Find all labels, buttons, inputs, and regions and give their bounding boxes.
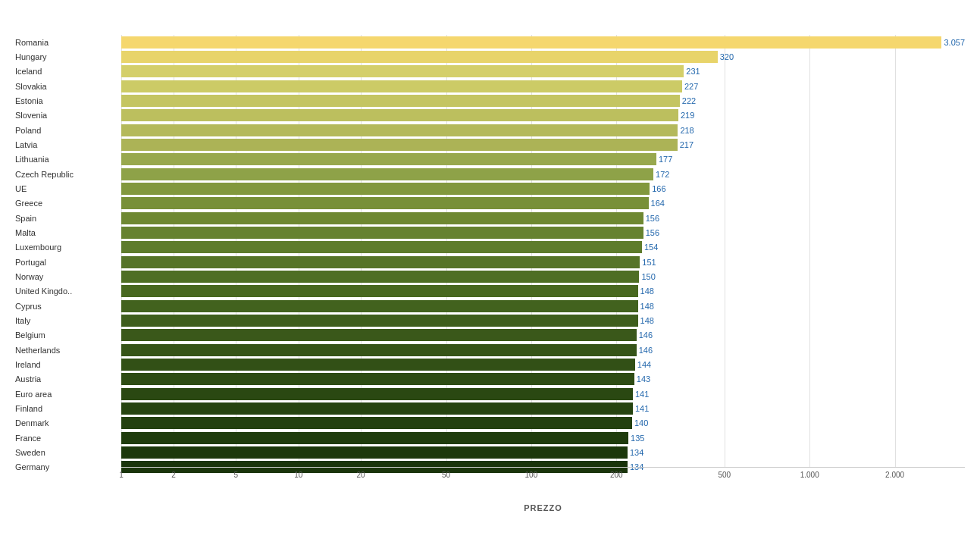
y-axis-header bbox=[15, 20, 121, 35]
bar bbox=[121, 212, 643, 224]
country-label: Romania bbox=[15, 35, 121, 49]
bar-value: 166 bbox=[652, 184, 665, 193]
bar-value: 141 bbox=[635, 404, 649, 413]
country-label: Lithuania bbox=[15, 152, 121, 167]
bar bbox=[121, 227, 643, 239]
bar bbox=[121, 373, 634, 385]
bar-value: 141 bbox=[635, 390, 649, 399]
bar-value: 150 bbox=[641, 272, 655, 281]
bar bbox=[121, 124, 678, 136]
bar bbox=[121, 51, 718, 63]
bar-value: 222 bbox=[682, 96, 696, 105]
bar bbox=[121, 183, 650, 195]
bar-row: 148 bbox=[121, 299, 965, 313]
bar bbox=[121, 36, 941, 49]
bar-value: 148 bbox=[640, 302, 654, 311]
country-label: Slovenia bbox=[15, 108, 121, 123]
bar-row: 146 bbox=[121, 328, 965, 343]
bar-row: 156 bbox=[121, 225, 965, 240]
bar bbox=[121, 109, 678, 121]
country-label: Luxembourg bbox=[15, 240, 121, 255]
bar-value: 227 bbox=[684, 82, 698, 91]
bar bbox=[121, 271, 639, 283]
bar-row: 218 bbox=[121, 123, 965, 137]
bar-row: 150 bbox=[121, 269, 965, 283]
country-label: Sweden bbox=[15, 445, 121, 459]
bar bbox=[121, 153, 656, 165]
bar-value: 146 bbox=[639, 330, 653, 340]
bar-row: 172 bbox=[121, 167, 965, 181]
bar bbox=[121, 241, 642, 253]
country-label: Malta bbox=[15, 225, 121, 240]
bar bbox=[121, 329, 637, 341]
bar-row: 3.057 bbox=[121, 35, 965, 49]
bar-row: 177 bbox=[121, 152, 965, 167]
bar-value: 140 bbox=[634, 418, 648, 428]
bar-row: 156 bbox=[121, 211, 965, 225]
bar bbox=[121, 344, 637, 356]
bar-value: 219 bbox=[681, 111, 694, 120]
bar-value: 156 bbox=[646, 228, 659, 237]
bar-row: 166 bbox=[121, 181, 965, 196]
country-label: Ireland bbox=[15, 357, 121, 371]
bar bbox=[121, 359, 635, 371]
x-tick: 100 bbox=[525, 471, 538, 479]
bar-value: 148 bbox=[640, 287, 654, 296]
bar-value: 320 bbox=[720, 52, 734, 61]
bar-row: 141 bbox=[121, 387, 965, 401]
bar-value: 217 bbox=[680, 140, 694, 149]
bar-value: 3.057 bbox=[944, 38, 965, 47]
bar bbox=[121, 197, 649, 209]
country-label: Slovakia bbox=[15, 79, 121, 93]
bar-row: 143 bbox=[121, 372, 965, 387]
country-label: Estonia bbox=[15, 93, 121, 108]
x-tick: 500 bbox=[718, 471, 731, 479]
bar-value: 143 bbox=[637, 374, 650, 384]
country-label: Poland bbox=[15, 123, 121, 137]
country-label: Euro area bbox=[15, 387, 121, 401]
bar-row: 151 bbox=[121, 255, 965, 269]
bar bbox=[121, 139, 678, 151]
bar-row: 219 bbox=[121, 108, 965, 123]
x-tick: 1.000 bbox=[800, 471, 819, 479]
country-label: Austria bbox=[15, 372, 121, 387]
bar-row: 231 bbox=[121, 64, 965, 79]
bar-row: 222 bbox=[121, 93, 965, 108]
bar-value: 144 bbox=[637, 360, 651, 369]
chart-area: RomaniaHungaryIcelandSlovakiaEstoniaSlov… bbox=[15, 20, 965, 490]
bar-row: 148 bbox=[121, 313, 965, 327]
bar-value: 154 bbox=[644, 243, 658, 252]
bar bbox=[121, 402, 633, 415]
country-label: Portugal bbox=[15, 255, 121, 269]
bars-area: 3.05732023122722221921821717717216616415… bbox=[121, 20, 965, 490]
country-label: Belgium bbox=[15, 328, 121, 343]
bar-row: 144 bbox=[121, 357, 965, 371]
chart-container: RomaniaHungaryIcelandSlovakiaEstoniaSlov… bbox=[0, 0, 980, 545]
bar bbox=[121, 168, 653, 180]
bar bbox=[121, 256, 640, 268]
country-label: France bbox=[15, 431, 121, 445]
bar-value: 231 bbox=[686, 67, 700, 76]
country-label: United Kingdo.. bbox=[15, 284, 121, 299]
x-tick: 200 bbox=[610, 471, 623, 479]
bar-row: 154 bbox=[121, 240, 965, 255]
bar-value: 148 bbox=[640, 316, 654, 325]
country-label: Czech Republic bbox=[15, 167, 121, 181]
bar-value: 146 bbox=[639, 346, 653, 355]
bar-value: 164 bbox=[651, 199, 665, 208]
bar bbox=[121, 417, 632, 429]
bars-header bbox=[121, 20, 965, 35]
bar bbox=[121, 285, 638, 297]
bar bbox=[121, 446, 628, 459]
country-label: Finland bbox=[15, 401, 121, 415]
bar-row: 227 bbox=[121, 79, 965, 93]
bar-value: 177 bbox=[659, 155, 672, 164]
country-label: Latvia bbox=[15, 137, 121, 152]
bar-value: 172 bbox=[656, 170, 669, 179]
country-label: Spain bbox=[15, 211, 121, 225]
country-label: Italy bbox=[15, 313, 121, 327]
bar-row: 217 bbox=[121, 137, 965, 152]
x-tick: 5 bbox=[234, 471, 239, 479]
x-tick: 2.000 bbox=[885, 471, 904, 479]
bar bbox=[121, 300, 638, 312]
